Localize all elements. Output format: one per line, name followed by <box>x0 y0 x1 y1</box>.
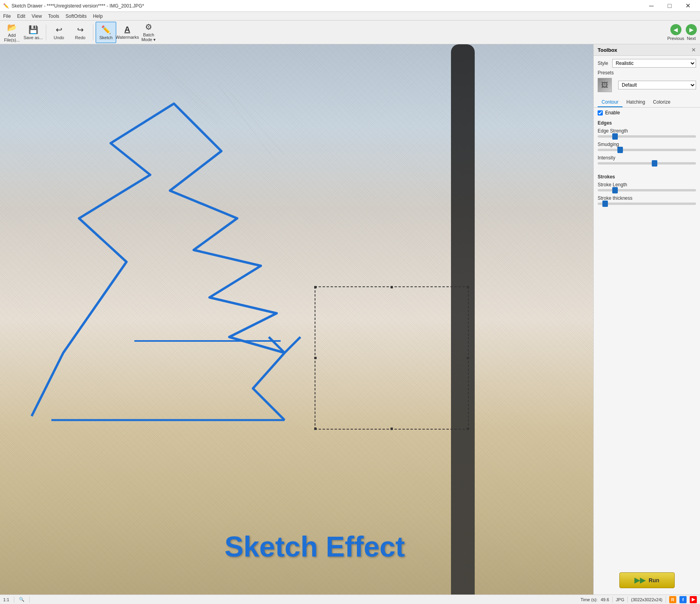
intensity-track[interactable] <box>598 162 696 165</box>
preset-icon-symbol: 🖼 <box>601 81 608 89</box>
menu-file[interactable]: File <box>0 13 14 20</box>
redo-button[interactable]: ↪ Redo <box>70 22 91 43</box>
svg-line-3 <box>229 92 285 155</box>
redo-icon: ↪ <box>77 25 84 34</box>
run-icon: ▶▶ <box>634 576 645 585</box>
edge-strength-label: Edge Strength <box>598 128 696 134</box>
app-title: Sketch Drawer - ****Unregistered version… <box>11 3 144 9</box>
canvas-area[interactable]: Sketch Effect <box>0 44 593 595</box>
intensity-group: Intensity <box>598 155 696 165</box>
selection-handle-bm <box>391 428 393 430</box>
menu-tools[interactable]: Tools <box>45 13 62 20</box>
titlebar-controls: ─ □ ✕ <box>642 0 697 12</box>
smudging-track[interactable] <box>598 149 696 151</box>
previous-label: Previous <box>667 36 684 41</box>
dimensions-label: (3022x3022x24) <box>631 597 662 602</box>
redo-label: Redo <box>75 35 85 40</box>
status-separator-4 <box>627 596 628 603</box>
run-section: ▶▶ Run <box>594 566 700 595</box>
svg-line-5 <box>285 337 300 353</box>
watermarks-button[interactable]: A Watermarks <box>117 22 138 43</box>
titlebar-left: ✏️ Sketch Drawer - ****Unregistered vers… <box>3 3 144 9</box>
presets-row: Presets <box>598 70 696 76</box>
sketch-button[interactable]: ✏️ Sketch <box>96 22 116 43</box>
stroke-length-thumb[interactable] <box>612 187 618 193</box>
tab-colorize[interactable]: Colorize <box>649 98 674 107</box>
previous-button[interactable]: ◀ Previous <box>667 24 684 41</box>
watermarks-label: Watermarks <box>116 35 139 40</box>
sketch-texture <box>0 44 593 595</box>
smudging-label: Smudging <box>598 142 696 147</box>
menu-view[interactable]: View <box>28 13 45 20</box>
rss-button[interactable]: R <box>669 596 676 603</box>
enable-checkbox[interactable] <box>598 110 603 115</box>
status-right: Time (s): 49.6 JPG (3022x3022x24) R f ▶ <box>581 596 697 603</box>
run-button[interactable]: ▶▶ Run <box>619 572 675 588</box>
status-separator-2 <box>29 596 30 603</box>
status-separator-5 <box>666 596 666 603</box>
facebook-button[interactable]: f <box>679 596 687 603</box>
edge-strength-track[interactable] <box>598 135 696 138</box>
sketch-lines-svg <box>0 44 593 595</box>
toolbar-separator-1 <box>46 25 46 40</box>
menu-help[interactable]: Help <box>90 13 106 20</box>
edge-strength-group: Edge Strength <box>598 128 696 138</box>
stroke-thickness-group: Stroke thickness <box>598 195 696 205</box>
selection-handle-ml <box>314 357 317 359</box>
selection-handle-tm <box>391 286 393 288</box>
canvas-image: Sketch Effect <box>0 44 593 595</box>
watermarks-icon: A <box>125 25 130 34</box>
menubar: File Edit View Tools SoftOrbits Help <box>0 12 700 21</box>
batch-mode-button[interactable]: ⚙ Batch Mode ▾ <box>138 22 159 43</box>
run-label: Run <box>649 577 659 583</box>
minimize-button[interactable]: ─ <box>642 0 660 12</box>
strokes-sliders: Stroke Length Stroke thickness <box>594 180 700 212</box>
add-file-button[interactable]: 📂 Add File(s)... <box>2 22 22 43</box>
next-label: Next <box>687 36 696 41</box>
stroke-thickness-track[interactable] <box>598 203 696 205</box>
intensity-thumb[interactable] <box>652 160 657 167</box>
previous-arrow-icon: ◀ <box>670 24 681 35</box>
time-label: Time (s): <box>581 597 598 602</box>
presets-select[interactable]: Default Custom 1 Custom 2 <box>618 81 696 89</box>
time-value: 49.6 <box>601 597 609 602</box>
tab-contour[interactable]: Contour <box>598 98 623 107</box>
maximize-button[interactable]: □ <box>660 0 679 12</box>
next-button[interactable]: ▶ Next <box>686 24 697 41</box>
undo-icon: ↩ <box>56 25 62 34</box>
sketch-label: Sketch <box>99 35 113 40</box>
style-section: Style Realistic Cartoon Simple Presets 🖼… <box>594 56 700 98</box>
smudging-thumb[interactable] <box>617 147 623 153</box>
menu-edit[interactable]: Edit <box>14 13 28 20</box>
edges-title: Edges <box>594 118 700 127</box>
toolbar: 📂 Add File(s)... 💾 Save as... ↩ Undo ↪ R… <box>0 21 700 44</box>
style-select[interactable]: Realistic Cartoon Simple <box>612 59 696 68</box>
status-separator-1 <box>14 596 14 603</box>
save-as-label: Save as... <box>24 35 43 40</box>
close-button[interactable]: ✕ <box>679 0 697 12</box>
status-separator-3 <box>612 596 613 603</box>
save-as-button[interactable]: 💾 Save as... <box>23 22 43 43</box>
stroke-thickness-thumb[interactable] <box>602 201 608 207</box>
menu-softorbits[interactable]: SoftOrbits <box>62 13 90 20</box>
edge-strength-thumb[interactable] <box>612 133 618 140</box>
smudging-group: Smudging <box>598 142 696 151</box>
selection-handle-br <box>467 428 469 430</box>
toolbox-panel: Toolbox ✕ Style Realistic Cartoon Simple… <box>593 44 700 595</box>
sketch-icon: ✏️ <box>101 25 111 34</box>
toolbar-separator-2 <box>93 25 93 40</box>
edges-sliders: Edge Strength Smudging Intensity <box>594 127 700 172</box>
toolbox-close-button[interactable]: ✕ <box>691 47 696 53</box>
preset-icon: 🖼 <box>598 78 612 92</box>
batch-mode-icon: ⚙ <box>145 22 152 32</box>
toolbox-spacer <box>594 212 700 566</box>
zoom-icon: 🔍 <box>19 597 25 602</box>
stroke-length-track[interactable] <box>598 189 696 191</box>
youtube-button[interactable]: ▶ <box>690 596 697 603</box>
zoom-ratio: 1:1 <box>3 597 9 602</box>
tab-hatching[interactable]: Hatching <box>623 98 649 107</box>
add-file-label: Add File(s)... <box>2 33 22 42</box>
undo-button[interactable]: ↩ Undo <box>49 22 69 43</box>
batch-mode-label: Batch Mode ▾ <box>139 32 158 42</box>
sketch-effect-text: Sketch Effect <box>225 530 405 563</box>
